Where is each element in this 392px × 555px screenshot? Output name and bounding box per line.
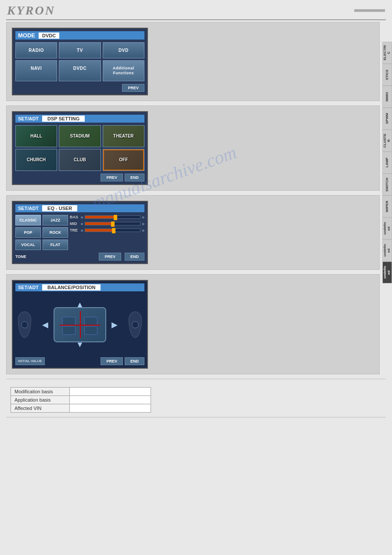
eq-mid-right-arrow[interactable]: » <box>142 221 144 226</box>
mode-btn-radio[interactable]: RADIO <box>15 42 57 58</box>
eq-mid-left-arrow[interactable]: « <box>81 221 83 226</box>
eq-tre-track[interactable] <box>85 229 141 232</box>
sidebar-tab-stics[interactable]: STICS <box>382 64 392 86</box>
balance-initial-btn[interactable]: INITIAL VALUE <box>15 357 45 365</box>
dsp-theater-label: THEATER <box>113 134 133 138</box>
seat-rear-right <box>84 326 97 335</box>
eq-tone-bar: TONE PREV END <box>15 253 144 261</box>
mode-btn-tv[interactable]: TV <box>59 42 101 58</box>
speaker-right-dot <box>132 321 139 328</box>
dsp-btn-theater[interactable]: THEATER <box>103 125 144 147</box>
dsp-club-label: CLUB <box>74 157 86 162</box>
dsp-btn-church[interactable]: CHURCH <box>15 149 57 171</box>
table-row: Modification basis <box>11 387 151 395</box>
panel-balance: SET/ADT BALANCE/POSITION ▲ ▼ ◀ ▶ <box>6 274 380 374</box>
right-sidebar: ELECTRIC STICS IMMO SPWM CLUSTER LAMP SW… <box>382 42 392 283</box>
affected-vin-label: Affected VIN <box>11 404 70 412</box>
sidebar-tab-immo[interactable]: IMMO <box>382 86 392 108</box>
car-body <box>54 307 106 342</box>
eq-tre-label: TRE <box>70 228 79 232</box>
eq-bas-right-arrow[interactable]: » <box>142 215 144 220</box>
dsp-stadium-label: STADIUM <box>70 134 90 138</box>
mode-btn-additional[interactable]: AdditionalFunctions <box>103 60 144 81</box>
dsp-church-label: CHURCH <box>27 157 46 162</box>
sidebar-tab-lamp[interactable]: LAMP <box>382 152 392 174</box>
balance-area: ▲ ▼ ◀ ▶ <box>15 294 144 355</box>
dsp-btn-club[interactable]: CLUB <box>59 149 101 171</box>
speaker-left <box>18 312 31 338</box>
sidebar-tab-electric[interactable]: ELECTRIC <box>382 42 392 64</box>
header: KYRON <box>0 0 392 19</box>
modification-table: Modification basis Application basis Aff… <box>11 387 151 413</box>
panel-mode: MODE DVDC RADIO TV DVD NAVI DVDC Additio… <box>6 22 380 101</box>
table-row: Application basis <box>11 395 151 404</box>
seat-front-right <box>84 317 97 326</box>
eq-preset-classic[interactable]: CLASSIC <box>15 215 41 225</box>
arrow-right-icon[interactable]: ▶ <box>111 320 118 330</box>
eq-end-btn[interactable]: END <box>125 253 144 261</box>
eq-bas-left-arrow[interactable]: « <box>81 215 83 220</box>
eq-prev-btn[interactable]: PREV <box>99 253 121 261</box>
balance-setadt-label: SET/ADT <box>18 285 39 290</box>
eq-tre-left-arrow[interactable]: « <box>81 228 83 233</box>
speaker-right <box>129 312 142 338</box>
sidebar-tab-undef2[interactable]: undefined <box>382 239 392 261</box>
panel-dsp: SET/ADT DSP SETTING HALL STADIUM THEATER <box>6 105 380 191</box>
sidebar-tab-undef1[interactable]: undefined <box>382 218 392 239</box>
eq-preset-flat[interactable]: FLAT <box>43 239 68 250</box>
dsp-end-btn[interactable]: END <box>125 174 144 181</box>
eq-preset-vocal[interactable]: VOCAL <box>15 239 41 250</box>
dsp-off-label: OFF <box>119 157 128 162</box>
eq-bas-fill <box>85 216 115 218</box>
dsp-btn-hall[interactable]: HALL <box>15 125 57 147</box>
eq-tone-label: TONE <box>15 254 26 259</box>
eq-tre-fill <box>85 229 114 232</box>
mode-btn-dvd[interactable]: DVD <box>103 42 144 58</box>
logo: KYRON <box>7 4 55 18</box>
mod-basis-label: Modification basis <box>11 387 70 395</box>
eq-tre-right-arrow[interactable]: » <box>142 228 144 233</box>
dsp-screen: SET/ADT DSP SETTING HALL STADIUM THEATER <box>12 111 148 185</box>
page-badge <box>354 9 385 12</box>
dsp-title: DSP SETTING <box>42 116 85 122</box>
mode-bar: MODE DVDC <box>15 31 144 40</box>
eq-preset-rock[interactable]: ROCK <box>43 227 68 238</box>
mode-prev-btn[interactable]: PREV <box>122 84 144 92</box>
eq-bas-track[interactable] <box>85 215 141 219</box>
eq-preset-jazz[interactable]: JAZZ <box>43 215 68 225</box>
eq-bas-thumb <box>114 215 117 220</box>
dsp-prev-btn[interactable]: PREV <box>101 174 123 181</box>
mode-btn-navi[interactable]: NAVI <box>15 60 57 81</box>
eq-preset-pop[interactable]: POP <box>15 227 41 238</box>
eq-bas-label: BAS <box>70 215 79 219</box>
main-content: MODE DVDC RADIO TV DVD NAVI DVDC Additio… <box>6 20 380 374</box>
modification-section: Modification basis Application basis Aff… <box>6 379 386 417</box>
arrow-left-icon[interactable]: ◀ <box>42 320 48 330</box>
balance-prev-btn[interactable]: PREV <box>101 357 123 365</box>
eq-mid-fill <box>85 222 113 225</box>
eq-presets: CLASSIC JAZZ POP ROCK VOCAL FLAT <box>15 215 68 250</box>
sidebar-tab-spwm[interactable]: SPWM <box>382 108 392 130</box>
speaker-left-dot <box>21 321 28 328</box>
dsp-btn-off[interactable]: OFF <box>103 149 144 171</box>
balance-end-btn[interactable]: END <box>125 357 144 365</box>
balance-screen: SET/ADT BALANCE/POSITION ▲ ▼ ◀ ▶ <box>12 280 148 369</box>
eq-mid-track[interactable] <box>85 222 141 225</box>
mode-value: DVDC <box>39 33 59 39</box>
eq-main-grid: CLASSIC JAZZ POP ROCK VOCAL FLAT BAS « <box>15 215 144 250</box>
balance-setadt-bar: SET/ADT BALANCE/POSITION <box>15 283 144 291</box>
sidebar-tab-switch[interactable]: SWITCH <box>382 174 392 196</box>
mode-button-grid: RADIO TV DVD NAVI DVDC AdditionalFunctio… <box>15 42 144 81</box>
eq-sliders: BAS « » MID « <box>70 215 144 250</box>
car-diagram: ▲ ▼ ◀ ▶ <box>40 298 119 351</box>
eq-mid-thumb <box>111 221 115 227</box>
sidebar-tab-cluster[interactable]: CLUSTER <box>382 130 392 152</box>
sidebar-tab-wiper[interactable]: WIPER <box>382 196 392 218</box>
sidebar-tab-undef3[interactable]: undefined <box>382 261 392 283</box>
dsp-btn-stadium[interactable]: STADIUM <box>59 125 101 147</box>
mode-btn-dvdc[interactable]: DVDC <box>59 60 101 81</box>
eq-setadt-label: SET/ADT <box>18 206 39 211</box>
eq-mid-row: MID « » <box>70 221 144 226</box>
dsp-setadt-label: SET/ADT <box>18 116 39 121</box>
eq-screen: SET/ADT EQ - USER CLASSIC JAZZ POP ROCK … <box>12 201 148 264</box>
